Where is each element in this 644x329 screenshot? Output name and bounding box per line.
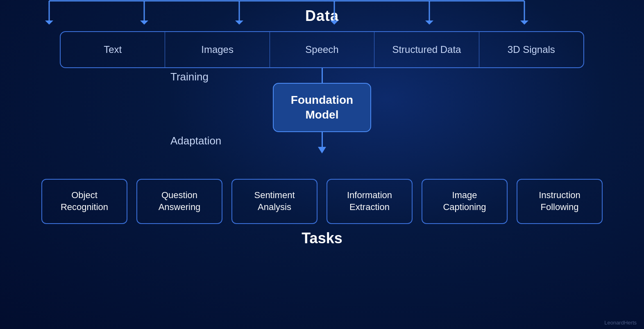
branch-lines-svg bbox=[0, 0, 574, 25]
adaptation-label: Adaptation bbox=[170, 135, 221, 147]
data-item-text: Text bbox=[61, 32, 165, 67]
task-box-question-answering: Question Answering bbox=[136, 179, 222, 224]
adaptation-arrow-head bbox=[318, 147, 326, 153]
svg-marker-8 bbox=[140, 21, 148, 25]
data-box: Text Images Speech Structured Data 3D Si… bbox=[60, 31, 584, 68]
task-boxes-row: Object Recognition Question Answering Se… bbox=[35, 179, 609, 224]
data-item-structured: Structured Data bbox=[374, 32, 479, 67]
training-label: Training bbox=[170, 71, 209, 83]
task-box-object-recognition: Object Recognition bbox=[41, 179, 127, 224]
task-box-image-captioning: Image Captioning bbox=[422, 179, 508, 224]
foundation-model-label: Foundation Model bbox=[291, 93, 353, 123]
task-box-sentiment-analysis: Sentiment Analysis bbox=[231, 179, 317, 224]
data-item-images: Images bbox=[165, 32, 270, 67]
task-box-instruction-following: Instruction Following bbox=[517, 179, 603, 224]
svg-marker-11 bbox=[425, 21, 433, 25]
data-item-speech: Speech bbox=[270, 32, 374, 67]
data-item-3d: 3D Signals bbox=[479, 32, 583, 67]
task-box-information-extraction: Information Extraction bbox=[327, 179, 413, 224]
foundation-model-box: Foundation Model bbox=[273, 83, 371, 132]
svg-marker-10 bbox=[330, 21, 338, 25]
watermark: LeonardHerts bbox=[604, 320, 637, 326]
svg-marker-12 bbox=[520, 21, 528, 25]
tasks-label: Tasks bbox=[302, 230, 342, 247]
tasks-section: Object Recognition Question Answering Se… bbox=[35, 154, 609, 247]
svg-marker-9 bbox=[235, 21, 243, 25]
main-diagram: Data Text Images Speech Structured Data … bbox=[0, 0, 644, 329]
svg-marker-7 bbox=[45, 21, 53, 25]
